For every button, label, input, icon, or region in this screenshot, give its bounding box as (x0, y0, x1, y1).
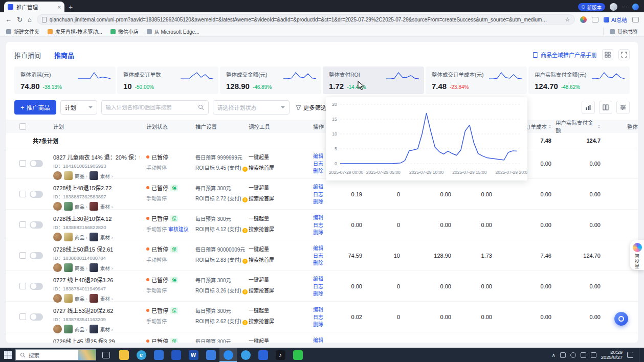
action-link[interactable]: 编辑 (313, 245, 334, 253)
product-manual-link[interactable]: 商品全域推广产品手册 (533, 51, 597, 59)
action-link[interactable]: 日志 (313, 191, 334, 199)
plan-type-select[interactable]: 计划 (60, 100, 97, 115)
row-checkbox[interactable] (19, 252, 26, 259)
control-tool-link[interactable]: 一键起量 (249, 245, 307, 253)
new-version-badge[interactable]: 新版本 (578, 3, 605, 11)
stat-card[interactable]: 用户实际支付金额(元) 124.70-48.62% (528, 66, 630, 94)
more-filters-button[interactable]: 更多筛选 (296, 103, 327, 111)
taskbar-app-app-tim[interactable] (202, 348, 219, 362)
taskbar-app-wechat[interactable] (289, 348, 306, 362)
plan-status-toggle[interactable] (30, 252, 43, 259)
control-tool-link[interactable]: 搜索抢首屏 (249, 225, 307, 233)
row-checkbox[interactable] (19, 313, 26, 320)
browser-tab[interactable]: 推广管理 × (4, 2, 64, 12)
action-link[interactable]: 删除 (313, 229, 334, 237)
volume-tray-icon[interactable] (581, 352, 586, 358)
taskbar-search-box[interactable]: 搜索 (15, 349, 96, 360)
plan-search-input[interactable] (106, 104, 198, 110)
show-desktop-button[interactable] (639, 348, 641, 362)
column-header[interactable]: 计划 (50, 123, 143, 130)
task-view-button[interactable] (102, 352, 110, 358)
product-link[interactable]: 商品 › (75, 264, 87, 272)
sort-icon[interactable] (548, 125, 551, 128)
layout-settings-button[interactable] (602, 49, 613, 60)
action-link[interactable]: 删除 (313, 198, 334, 206)
column-header[interactable]: 推广设置 (192, 123, 246, 130)
control-tool-link[interactable]: 一键起量 (249, 337, 307, 343)
action-link[interactable]: 删除 (313, 290, 334, 298)
action-link[interactable]: 编辑 (313, 337, 334, 343)
taskbar-clock[interactable]: 20:29 2025/8/27 (601, 350, 623, 360)
action-link[interactable]: 日志 (313, 222, 334, 230)
control-tool-link[interactable]: 搜索抢首屏 (249, 286, 307, 294)
control-tool-link[interactable]: 一键起量 (249, 306, 307, 314)
action-link[interactable]: 编辑 (313, 184, 334, 191)
product-link[interactable]: 商品 › (75, 326, 87, 333)
material-link[interactable]: 素材 › (100, 203, 113, 210)
control-tool-link[interactable]: 搜索抢首屏 (249, 164, 307, 171)
taskbar-app-app-blue-3[interactable] (254, 348, 272, 362)
taskbar-app-browser-circle[interactable] (237, 348, 254, 362)
action-link[interactable]: 编辑 (313, 306, 334, 314)
control-tool-link[interactable]: 一键起量 (249, 153, 307, 161)
plan-status-toggle[interactable] (30, 313, 43, 321)
taskbar-app-app-blue-1[interactable] (150, 348, 167, 362)
taskbar-app-edge-browser[interactable]: e (132, 348, 150, 362)
taskbar-app-qq-chat[interactable] (219, 348, 237, 362)
fullscreen-button[interactable] (618, 49, 630, 60)
column-header[interactable]: 用户实际支付金额 (556, 119, 605, 134)
control-tool-link[interactable]: 搜索抢首屏 (249, 256, 307, 263)
row-checkbox[interactable] (19, 191, 26, 197)
action-link[interactable]: 日志 (313, 283, 334, 291)
material-link[interactable]: 素材 › (100, 172, 113, 179)
favorite-star-icon[interactable]: ☆ (565, 16, 570, 23)
filter-settings-button[interactable] (616, 101, 630, 114)
input-method-tray-icon[interactable] (591, 352, 596, 358)
action-link[interactable]: 日志 (313, 253, 334, 260)
column-header[interactable]: 调控工具 (246, 123, 310, 130)
search-icon[interactable] (198, 104, 204, 110)
product-link[interactable]: 商品 › (75, 203, 87, 210)
profile-avatar[interactable] (610, 3, 617, 11)
taskbar-app-file-explorer[interactable] (115, 348, 132, 362)
row-checkbox[interactable] (19, 283, 26, 289)
browser-menu-icon[interactable]: ⋯ (622, 4, 628, 10)
back-icon[interactable]: ← (5, 16, 12, 23)
tab-live-room[interactable]: 推直播间 (14, 50, 41, 60)
stat-card[interactable]: 整体消耗(元) 74.80-38.13% (14, 66, 116, 94)
other-bookmarks-button[interactable]: 其他书签 (603, 28, 638, 35)
tab-product[interactable]: 推商品 (54, 50, 74, 60)
row-checkbox[interactable] (19, 221, 26, 228)
review-suggestion-link[interactable]: 审核建议 (168, 227, 189, 232)
action-link[interactable]: 删除 (313, 321, 334, 329)
stat-card[interactable]: 整体成交订单成本(元) 7.48-23.84% (426, 66, 527, 94)
column-header[interactable]: 整体 (605, 123, 638, 130)
url-bar[interactable]: qianchuan.jinritemai.com/uni-prom?aavid=… (37, 14, 575, 25)
plan-status-toggle[interactable] (30, 191, 43, 198)
plan-status-toggle[interactable] (30, 160, 43, 167)
control-tool-link[interactable]: 一键起量 (249, 276, 307, 283)
product-link[interactable]: 商品 › (75, 295, 87, 302)
action-link[interactable]: 编辑 (313, 214, 334, 222)
control-tool-link[interactable]: 一键起量 (249, 184, 307, 191)
stat-card[interactable]: 整体支付ROI 1.72-14.43% (323, 66, 424, 94)
row-checkbox[interactable] (19, 160, 26, 167)
chart-view-button[interactable] (582, 101, 595, 114)
select-all-checkbox[interactable] (19, 123, 26, 130)
tab-close-icon[interactable]: × (58, 4, 61, 10)
control-tool-link[interactable]: 搜索抢首屏 (249, 194, 307, 202)
home-icon[interactable]: ⌂ (28, 16, 32, 23)
material-link[interactable]: 素材 › (100, 264, 113, 272)
refresh-icon[interactable]: ↻ (17, 16, 23, 23)
product-link[interactable]: 商品 › (75, 234, 87, 241)
material-link[interactable]: 素材 › (100, 326, 113, 333)
customer-service-button[interactable] (614, 312, 628, 326)
plan-status-select[interactable]: 请选择计划状态 (213, 100, 290, 115)
notification-center-icon[interactable] (627, 352, 633, 358)
bookmark-item[interactable]: 新建文件夹 (6, 28, 39, 35)
taskbar-app-app-blue-2[interactable] (167, 348, 185, 362)
collections-icon[interactable] (632, 17, 639, 22)
bookmark-item[interactable]: 虎牙直播-技术驱动... (48, 28, 102, 35)
action-link[interactable]: 日志 (313, 314, 334, 322)
material-link[interactable]: 素材 › (100, 234, 113, 241)
